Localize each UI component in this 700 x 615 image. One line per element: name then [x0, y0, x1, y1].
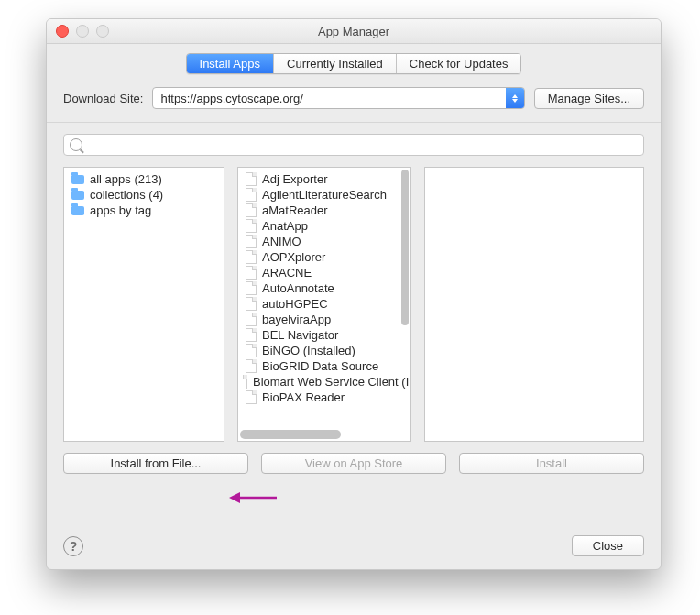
app-label: BiNGO (Installed)	[262, 344, 355, 357]
file-icon	[246, 266, 257, 280]
combo-arrows-icon	[506, 88, 524, 108]
app-label: BioGRID Data Source	[262, 359, 378, 373]
file-icon	[246, 359, 257, 373]
action-buttons: Install from File... View on App Store I…	[63, 453, 644, 474]
tab-install-apps[interactable]: Install Apps	[187, 54, 275, 73]
app-item[interactable]: AutoAnnotate	[240, 280, 409, 296]
category-label: all apps (213)	[90, 172, 162, 186]
app-label: AnatApp	[262, 219, 308, 233]
app-label: Adj Exporter	[262, 172, 328, 186]
app-item[interactable]: Adj Exporter	[240, 171, 409, 187]
install-from-file-button[interactable]: Install from File...	[63, 453, 248, 474]
titlebar: App Manager	[47, 19, 661, 44]
file-icon	[246, 172, 257, 186]
search-box[interactable]	[63, 134, 644, 156]
apps-list[interactable]: Adj Exporter AgilentLiteratureSearch aMa…	[238, 168, 410, 428]
help-icon[interactable]: ?	[63, 536, 83, 556]
content-area: all apps (213) collections (4) apps by t…	[47, 123, 661, 483]
category-item[interactable]: collections (4)	[66, 187, 222, 203]
category-list[interactable]: all apps (213) collections (4) apps by t…	[64, 168, 224, 441]
app-item[interactable]: bayelviraApp	[240, 312, 409, 327]
file-icon	[246, 297, 257, 311]
tab-check-updates[interactable]: Check for Updates	[397, 54, 521, 73]
install-button[interactable]: Install	[459, 453, 644, 474]
download-site-value: https://apps.cytoscape.org/	[153, 92, 505, 105]
category-label: collections (4)	[90, 188, 163, 202]
category-item[interactable]: all apps (213)	[66, 171, 222, 187]
file-icon	[246, 375, 247, 389]
file-icon	[246, 328, 257, 342]
app-item[interactable]: BEL Navigator	[240, 327, 409, 343]
app-label: Biomart Web Service Client (Installed)	[253, 375, 410, 389]
file-icon	[246, 250, 257, 264]
folder-icon	[71, 191, 84, 200]
app-label: AOPXplorer	[262, 250, 325, 264]
file-icon	[246, 313, 257, 326]
search-input[interactable]	[88, 137, 638, 153]
folder-icon	[71, 206, 84, 215]
panes: all apps (213) collections (4) apps by t…	[63, 167, 644, 442]
app-label: BEL Navigator	[262, 328, 338, 342]
tabs-row: Install Apps Currently Installed Check f…	[47, 44, 661, 82]
app-item[interactable]: Biomart Web Service Client (Installed)	[240, 374, 409, 390]
search-icon	[70, 138, 82, 151]
app-item[interactable]: ANIMO	[240, 234, 409, 249]
app-item[interactable]: aMatReader	[240, 203, 409, 218]
vertical-scroll-thumb[interactable]	[401, 170, 409, 325]
category-label: apps by tag	[90, 203, 151, 217]
download-site-row: Download Site: https://apps.cytoscape.or…	[47, 82, 661, 122]
tab-group: Install Apps Currently Installed Check f…	[186, 53, 522, 74]
app-label: BioPAX Reader	[262, 390, 345, 404]
folder-icon	[71, 175, 84, 184]
close-button[interactable]: Close	[572, 535, 644, 556]
category-pane: all apps (213) collections (4) apps by t…	[63, 167, 224, 442]
download-site-combo[interactable]: https://apps.cytoscape.org/	[152, 87, 524, 109]
app-label: AgilentLiteratureSearch	[262, 188, 387, 202]
vertical-scrollbar[interactable]	[401, 170, 409, 426]
app-item[interactable]: autoHGPEC	[240, 296, 409, 312]
file-icon	[246, 390, 257, 404]
app-item[interactable]: BioGRID Data Source	[240, 358, 409, 374]
file-icon	[246, 188, 257, 202]
tab-currently-installed[interactable]: Currently Installed	[274, 54, 397, 73]
category-item[interactable]: apps by tag	[66, 203, 222, 218]
view-on-app-store-button[interactable]: View on App Store	[261, 453, 446, 474]
footer: ? Close	[47, 526, 661, 569]
file-icon	[246, 219, 257, 233]
app-label: aMatReader	[262, 203, 328, 217]
file-icon	[246, 235, 257, 248]
apps-pane: Adj Exporter AgilentLiteratureSearch aMa…	[237, 167, 411, 442]
download-site-label: Download Site:	[63, 92, 143, 105]
manage-sites-button[interactable]: Manage Sites...	[534, 88, 644, 109]
file-icon	[246, 344, 257, 357]
app-item[interactable]: BiNGO (Installed)	[240, 343, 409, 358]
app-item[interactable]: ARACNE	[240, 265, 409, 280]
app-manager-window: App Manager Install Apps Currently Insta…	[46, 18, 662, 570]
file-icon	[246, 203, 257, 217]
file-icon	[246, 281, 257, 295]
app-label: ARACNE	[262, 266, 312, 280]
details-pane	[424, 167, 644, 442]
app-label: AutoAnnotate	[262, 281, 334, 295]
window-title: App Manager	[47, 25, 661, 38]
app-item[interactable]: AgilentLiteratureSearch	[240, 187, 409, 203]
app-item[interactable]: BioPAX Reader	[240, 390, 409, 405]
app-item[interactable]: AnatApp	[240, 218, 409, 234]
horizontal-scroll-thumb[interactable]	[240, 430, 341, 439]
app-item[interactable]: AOPXplorer	[240, 249, 409, 265]
app-label: autoHGPEC	[262, 297, 328, 311]
app-label: bayelviraApp	[262, 313, 331, 326]
app-label: ANIMO	[262, 235, 301, 248]
horizontal-scrollbar[interactable]	[240, 430, 399, 439]
